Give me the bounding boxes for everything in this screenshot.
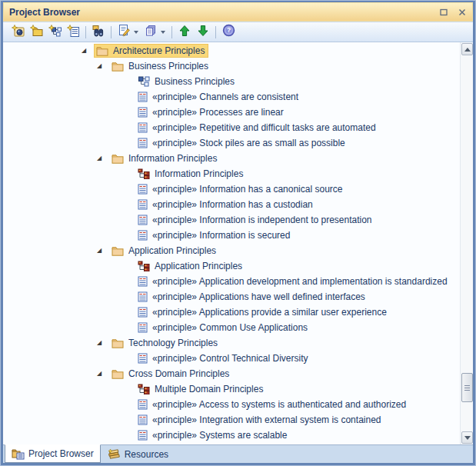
expander-icon[interactable]: ◢ — [82, 48, 94, 54]
tree-item[interactable]: ◢Information Principles — [3, 151, 460, 166]
move-up-button[interactable] — [175, 23, 194, 41]
tree-item[interactable]: «principle» Information is independent t… — [3, 212, 460, 228]
tree-item[interactable]: «principle» Systems are scalable — [3, 428, 460, 443]
tree-item[interactable]: «principle» Control Technical Diversity — [3, 351, 460, 366]
tree-item[interactable]: ◢Application Principles — [3, 243, 460, 258]
window-title: Project Browser — [9, 7, 80, 18]
tree-item[interactable]: Application Principles — [3, 258, 460, 274]
element-icon — [138, 291, 148, 302]
tree-item[interactable]: «principle» Information has a canonical … — [3, 181, 460, 197]
element-icon — [138, 307, 148, 318]
element-icon — [138, 199, 148, 210]
new-diagram-button[interactable] — [45, 23, 64, 41]
edit-document-button[interactable] — [115, 23, 133, 41]
toolbar-separator — [85, 26, 86, 38]
tab-project-browser[interactable]: Project Browser — [5, 444, 101, 463]
toolbar-separator — [171, 26, 172, 38]
tab-resources[interactable]: Resources — [101, 445, 175, 463]
dropdown-caret-icon[interactable] — [161, 31, 165, 34]
edit-document-icon — [118, 24, 131, 40]
tree-item-label: «principle» Integration with external sy… — [152, 414, 381, 425]
tree-item-label: Information Principles — [155, 168, 243, 179]
tree-item[interactable]: ◢Architecture Principles — [3, 43, 460, 58]
tree-item-label: «principle» Stock piles are as small as … — [152, 138, 345, 148]
expander-icon[interactable]: ◢ — [97, 63, 109, 69]
resources-tab-icon — [108, 448, 121, 460]
tab-label: Project Browser — [28, 448, 94, 459]
tree-item-label: «principle» Information has a canonical … — [152, 184, 342, 195]
tree-item-label: «principle» Control Technical Diversity — [152, 353, 308, 364]
toolbar-separator — [111, 26, 112, 38]
expander-icon[interactable]: ◢ — [97, 155, 109, 161]
tree-item[interactable]: «principle» Processes are linear — [3, 105, 460, 120]
scroll-up-button[interactable] — [461, 43, 473, 55]
expander-icon[interactable]: ◢ — [97, 340, 109, 346]
toolbar-separator — [215, 26, 216, 38]
copy-button[interactable] — [141, 23, 160, 41]
tree-item[interactable]: «principle» Repetitive and difficult tas… — [3, 120, 460, 135]
tree-item[interactable]: Information Principles — [3, 166, 460, 181]
tree-item-label: Architecture Principles — [113, 45, 205, 56]
tree-item-label: «principle» Access to systems is authent… — [152, 399, 406, 410]
tree-item[interactable]: «principle» Information has a custodian — [3, 197, 460, 212]
scroll-down-button[interactable] — [461, 431, 473, 444]
tree-item[interactable]: «principle» Applications provide a simil… — [3, 305, 460, 320]
element-icon — [138, 92, 148, 102]
vertical-scrollbar[interactable] — [460, 42, 473, 444]
project-browser-tab-icon — [12, 448, 25, 460]
tree-item-label: Cross Domain Principles — [128, 368, 229, 379]
tree-item[interactable]: «principle» Common Use Applications — [3, 320, 460, 335]
move-down-button[interactable] — [194, 23, 212, 41]
tree-item-label: Technology Principles — [128, 338, 218, 348]
dropdown-caret-icon[interactable] — [134, 31, 138, 34]
new-package-button[interactable] — [27, 23, 45, 41]
toolbar: ? — [3, 22, 473, 42]
tree-item[interactable]: «principle» Applications have well defin… — [3, 289, 460, 305]
tree-item[interactable]: Business Principles — [3, 74, 460, 89]
find-in-project-browser-icon — [92, 25, 105, 40]
help-icon: ? — [222, 24, 235, 40]
close-button[interactable] — [458, 8, 467, 17]
element-icon — [138, 399, 148, 410]
new-model-icon — [12, 25, 25, 40]
folder-icon — [112, 246, 124, 256]
folder-icon — [96, 46, 108, 56]
tree-item[interactable]: «principle» Access to systems is authent… — [3, 397, 460, 412]
tree-item[interactable]: «principle» Information is secured — [3, 228, 460, 243]
scroll-down-icon — [464, 436, 471, 440]
move-up-icon — [178, 25, 191, 40]
tree-item[interactable]: ◢Cross Domain Principles — [3, 366, 460, 381]
maximize-button[interactable] — [439, 8, 448, 17]
tree-item-label: Information Principles — [128, 153, 217, 164]
folder-icon — [112, 369, 124, 379]
new-diagram-icon — [48, 25, 62, 40]
copy-icon — [145, 25, 157, 40]
expander-icon[interactable]: ◢ — [97, 371, 109, 377]
titlebar-buttons — [439, 8, 467, 17]
tree-item[interactable]: ◢Technology Principles — [3, 335, 460, 351]
expander-icon[interactable]: ◢ — [97, 248, 109, 254]
tree-item[interactable]: «principle» Stock piles are as small as … — [3, 135, 460, 151]
tree-item-label: «principle» Information has a custodian — [152, 199, 313, 210]
help-button[interactable]: ? — [219, 23, 238, 41]
tree-item[interactable]: «principle» Channels are consistent — [3, 89, 460, 105]
tree-item-label: Application Principles — [155, 261, 242, 271]
new-element-button[interactable] — [64, 23, 82, 41]
scrollbar-grip-icon — [464, 385, 470, 391]
tree-panel: ◢Architecture Principles◢Business Princi… — [3, 42, 473, 444]
tree-item[interactable]: Multiple Domain Principles — [3, 381, 460, 397]
tree-item-label: «principle» Systems are scalable — [152, 430, 287, 441]
tree-item[interactable]: «principle» Application development and … — [3, 274, 460, 289]
element-icon — [138, 230, 148, 241]
tree-item-label: «principle» Information is independent t… — [152, 215, 372, 225]
tree-item[interactable]: ◢Business Principles — [3, 58, 460, 74]
tree-item-label: Business Principles — [128, 61, 208, 72]
scrollbar-thumb[interactable] — [461, 373, 473, 402]
maximize-icon — [440, 8, 448, 16]
tree-item-label: «principle» Information is secured — [152, 230, 290, 241]
close-icon — [458, 8, 466, 16]
find-in-project-browser-button[interactable] — [89, 23, 108, 41]
tree-item[interactable]: «principle» Integration with external sy… — [3, 412, 460, 428]
element-icon — [138, 215, 148, 225]
new-model-button[interactable] — [8, 23, 27, 41]
